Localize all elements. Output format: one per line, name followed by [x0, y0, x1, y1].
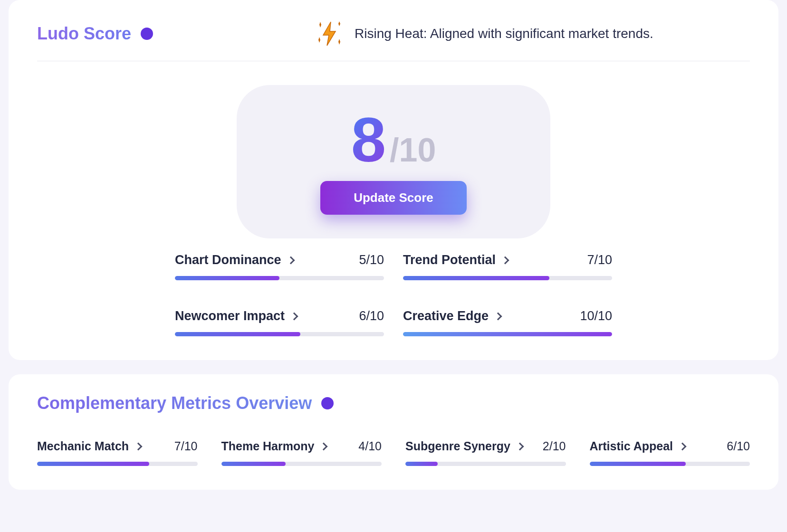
score-hero: 8 /10 Update Score	[237, 85, 550, 238]
svg-marker-1	[319, 22, 321, 28]
metric-label: Subgenre Synergy	[405, 439, 510, 453]
metric-value: 7/10	[587, 253, 612, 267]
metric-newcomer-impact: Newcomer Impact 6/10	[175, 309, 384, 336]
metric-value: 2/10	[543, 439, 566, 453]
progress-bar	[175, 276, 384, 280]
progress-fill	[590, 462, 686, 466]
metric-header[interactable]: Mechanic Match 7/10	[37, 439, 198, 453]
progress-fill	[175, 332, 300, 336]
section-title-wrap: Ludo Score i	[37, 24, 153, 44]
progress-bar	[175, 332, 384, 336]
metric-chart-dominance: Chart Dominance 5/10	[175, 253, 384, 280]
chevron-right-icon	[320, 442, 328, 450]
chevron-right-icon	[287, 256, 295, 264]
metric-subgenre-synergy: Subgenre Synergy 2/10	[405, 439, 566, 466]
section-title-wrap: Complementary Metrics Overview i	[37, 393, 750, 413]
metric-value: 10/10	[580, 309, 612, 323]
metric-header[interactable]: Newcomer Impact 6/10	[175, 309, 384, 323]
section-title: Complementary Metrics Overview	[37, 393, 312, 413]
metric-label: Creative Edge	[403, 309, 489, 323]
progress-fill	[221, 462, 286, 466]
svg-marker-2	[338, 21, 340, 26]
progress-bar	[403, 276, 612, 280]
secondary-metrics-grid: Mechanic Match 7/10 Theme Harmony 4/10	[37, 439, 750, 466]
progress-fill	[175, 276, 279, 280]
trend-text: Rising Heat: Aligned with significant ma…	[355, 26, 653, 41]
metric-trend-potential: Trend Potential 7/10	[403, 253, 612, 280]
progress-bar	[405, 462, 566, 466]
metric-header[interactable]: Trend Potential 7/10	[403, 253, 612, 267]
metric-label: Newcomer Impact	[175, 309, 285, 323]
card-header: Ludo Score i Rising Heat: Aligned with s…	[37, 19, 750, 61]
svg-marker-0	[323, 22, 336, 46]
metric-label: Trend Potential	[403, 253, 496, 267]
metric-value: 4/10	[358, 439, 382, 453]
svg-marker-3	[318, 37, 320, 43]
section-title: Ludo Score	[37, 24, 131, 44]
metric-value: 5/10	[359, 253, 384, 267]
progress-bar	[37, 462, 198, 466]
chevron-right-icon	[516, 442, 524, 450]
progress-bar	[221, 462, 382, 466]
progress-bar	[403, 332, 612, 336]
metric-value: 7/10	[174, 439, 198, 453]
metric-header[interactable]: Chart Dominance 5/10	[175, 253, 384, 267]
metric-header[interactable]: Creative Edge 10/10	[403, 309, 612, 323]
trend-block: Rising Heat: Aligned with significant ma…	[315, 19, 653, 48]
progress-fill	[37, 462, 149, 466]
metric-mechanic-match: Mechanic Match 7/10	[37, 439, 198, 466]
metric-header[interactable]: Theme Harmony 4/10	[221, 439, 382, 453]
chevron-right-icon	[501, 256, 509, 264]
metric-label: Chart Dominance	[175, 253, 281, 267]
lightning-icon	[315, 19, 344, 48]
metric-header[interactable]: Artistic Appeal 6/10	[590, 439, 750, 453]
score-display: 8 /10	[351, 109, 436, 171]
progress-bar	[590, 462, 750, 466]
svg-marker-4	[338, 39, 340, 45]
chevron-right-icon	[679, 442, 687, 450]
complementary-metrics-card: Complementary Metrics Overview i Mechani…	[9, 374, 778, 490]
score-value: 8	[351, 109, 386, 171]
main-metrics-grid: Chart Dominance 5/10 Trend Potential 7/1…	[175, 253, 612, 336]
progress-fill	[403, 276, 549, 280]
progress-fill	[403, 332, 612, 336]
info-icon[interactable]: i	[141, 28, 153, 40]
metric-artistic-appeal: Artistic Appeal 6/10	[590, 439, 750, 466]
chevron-right-icon	[290, 312, 298, 320]
progress-fill	[405, 462, 438, 466]
metric-theme-harmony: Theme Harmony 4/10	[221, 439, 382, 466]
score-denominator: /10	[390, 133, 436, 167]
chevron-right-icon	[494, 312, 502, 320]
metric-value: 6/10	[727, 439, 750, 453]
metric-label: Artistic Appeal	[590, 439, 673, 453]
metric-value: 6/10	[359, 309, 384, 323]
metric-header[interactable]: Subgenre Synergy 2/10	[405, 439, 566, 453]
info-icon-glyph: i	[146, 30, 148, 38]
update-score-button[interactable]: Update Score	[320, 181, 467, 215]
chevron-right-icon	[134, 442, 143, 450]
metric-label: Theme Harmony	[221, 439, 315, 453]
metric-creative-edge: Creative Edge 10/10	[403, 309, 612, 336]
metric-label: Mechanic Match	[37, 439, 129, 453]
ludo-score-card: Ludo Score i Rising Heat: Aligned with s…	[9, 0, 778, 360]
info-icon-glyph: i	[326, 399, 328, 408]
info-icon[interactable]: i	[321, 397, 334, 409]
